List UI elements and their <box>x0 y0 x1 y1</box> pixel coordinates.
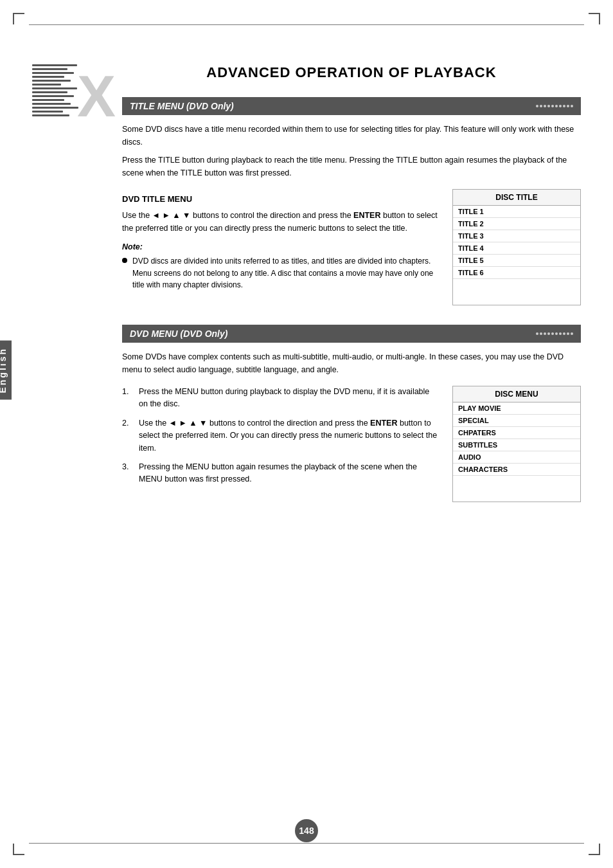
disc-title-item-6: TITLE 6 <box>453 267 580 279</box>
section2-two-col: 1. Press the MENU button during playback… <box>122 386 581 502</box>
list-num-2: 2. <box>122 417 132 455</box>
section2-intro: Some DVDs have complex contents such as … <box>122 350 581 376</box>
section1-intro1: Some DVD discs have a title menu recorde… <box>122 123 581 179</box>
bottom-line <box>29 843 584 844</box>
corner-br <box>589 844 600 855</box>
section2-header-text: DVD MENU (DVD Only) <box>130 329 227 339</box>
main-content: ADVANCED OPERATION OF PLAYBACK TITLE MEN… <box>122 64 581 502</box>
list-item-2: 2. Use the ◄ ► ▲ ▼ buttons to control th… <box>122 417 440 455</box>
list-item-3: 3. Pressing the MENU button again resume… <box>122 461 440 486</box>
header-dots <box>536 105 573 107</box>
corner-bl <box>13 844 24 855</box>
dvd-title-menu-text: Use the ◄ ► ▲ ▼ buttons to control the d… <box>122 209 440 235</box>
col-left: DVD TITLE MENU Use the ◄ ► ▲ ▼ buttons t… <box>122 189 440 291</box>
list-num-3: 3. <box>122 461 132 486</box>
disc-menu-item-5: AUDIO <box>453 451 580 464</box>
numbered-list: 1. Press the MENU button during playback… <box>122 386 440 486</box>
section2-col-left: 1. Press the MENU button during playback… <box>122 386 440 493</box>
section2-header: DVD MENU (DVD Only) <box>122 325 581 343</box>
list-text-2: Use the ◄ ► ▲ ▼ buttons to control the d… <box>139 417 440 455</box>
list-num-1: 1. <box>122 386 132 411</box>
corner-tr <box>589 13 600 24</box>
list-text-3: Pressing the MENU button again resumes t… <box>139 461 440 486</box>
disc-menu-header: DISC MENU <box>453 386 580 402</box>
left-decoration <box>32 64 84 116</box>
disc-menu-item-3: CHPATERS <box>453 427 580 439</box>
note-bullet <box>122 258 127 263</box>
list-text-1: Press the MENU button during playback to… <box>139 386 440 411</box>
section2: DVD MENU (DVD Only) Some DVDs have compl… <box>122 325 581 502</box>
note-text: DVD discs are divided into units referre… <box>132 255 440 291</box>
page-number: 148 <box>295 819 318 842</box>
disc-menu-box: DISC MENU PLAY MOVIE SPECIAL CHPATERS SU… <box>452 386 581 502</box>
chapter-marker: X <box>77 68 116 125</box>
english-sidebar: English <box>0 341 12 400</box>
disc-menu-item-2: SPECIAL <box>453 415 580 427</box>
disc-title-item-5: TITLE 5 <box>453 255 580 267</box>
disc-menu-table: DISC MENU PLAY MOVIE SPECIAL CHPATERS SU… <box>452 386 581 502</box>
section1-two-col: DVD TITLE MENU Use the ◄ ► ▲ ▼ buttons t… <box>122 189 581 305</box>
dvd-title-menu-heading: DVD TITLE MENU <box>122 194 440 204</box>
header-dots-2 <box>536 332 573 335</box>
page-title: ADVANCED OPERATION OF PLAYBACK <box>122 64 581 81</box>
disc-menu-item-1: PLAY MOVIE <box>453 402 580 415</box>
note-item: DVD discs are divided into units referre… <box>122 255 440 291</box>
disc-title-table: DISC TITLE TITLE 1 TITLE 2 TITLE 3 TITLE… <box>452 189 581 305</box>
note-label: Note: <box>122 242 440 251</box>
section1-header: TITLE MENU (DVD Only) <box>122 97 581 115</box>
disc-menu-item-4: SUBTITLES <box>453 439 580 451</box>
disc-title-item-3: TITLE 3 <box>453 230 580 242</box>
list-item-1: 1. Press the MENU button during playback… <box>122 386 440 411</box>
section1: TITLE MENU (DVD Only) Some DVD discs hav… <box>122 97 581 305</box>
disc-title-box: DISC TITLE TITLE 1 TITLE 2 TITLE 3 TITLE… <box>452 189 581 305</box>
section1-header-text: TITLE MENU (DVD Only) <box>130 101 234 111</box>
disc-title-item-1: TITLE 1 <box>453 206 580 218</box>
corner-tl <box>13 13 24 24</box>
disc-title-item-2: TITLE 2 <box>453 218 580 230</box>
note-section: Note: DVD discs are divided into units r… <box>122 242 440 291</box>
page-number-wrap: 148 <box>295 819 318 842</box>
page: X English ADVANCED OPERATION OF PLAYBACK… <box>0 0 613 868</box>
disc-menu-item-6: CHARACTERS <box>453 464 580 476</box>
top-line <box>29 24 584 25</box>
disc-title-header: DISC TITLE <box>453 190 580 206</box>
disc-title-item-4: TITLE 4 <box>453 242 580 255</box>
